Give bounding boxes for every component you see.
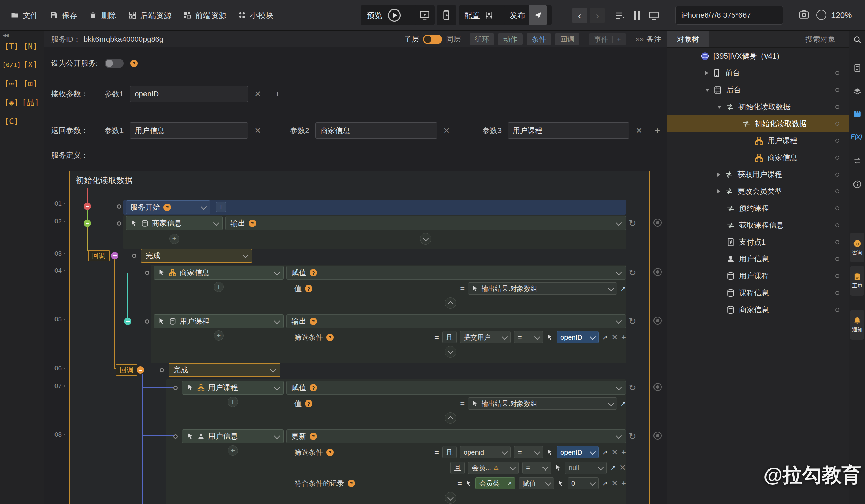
remove-condition-icon[interactable]: ✕ <box>611 447 618 457</box>
tree-row-payment[interactable]: 支付点1 <box>667 234 850 251</box>
save-button[interactable]: 保存 <box>44 0 83 31</box>
tree-row-service[interactable]: 初始化读取数据 <box>667 98 850 115</box>
refresh-icon[interactable]: ↻ <box>629 268 636 277</box>
action-assign-header[interactable]: 赋值? <box>286 380 626 395</box>
tab-search-objects[interactable]: 搜索对象 <box>805 34 850 44</box>
field-select[interactable]: 会员...⚠ <box>468 462 519 474</box>
callback-block-button[interactable]: 回调 <box>555 33 579 45</box>
tree-row-merchant-var[interactable]: 商家信息 <box>667 149 850 166</box>
action-output-header[interactable]: 输出? <box>286 314 626 328</box>
add-param-icon[interactable]: + <box>275 89 280 99</box>
expander-icon[interactable] <box>705 71 708 75</box>
callback-tag[interactable]: 回调 <box>116 364 137 376</box>
help-icon[interactable]: ? <box>310 269 317 276</box>
visibility-dot[interactable] <box>835 122 839 126</box>
note-button[interactable]: »» 备注 <box>636 34 661 44</box>
operator-select[interactable]: = <box>514 446 543 458</box>
help-icon[interactable]: ? <box>249 220 256 227</box>
object-component-icon[interactable]: [◈] <box>3 95 20 110</box>
help-icon[interactable]: ? <box>326 448 334 456</box>
help-icon[interactable]: ? <box>310 318 317 325</box>
visibility-dot[interactable] <box>835 206 839 210</box>
forward-button[interactable]: › <box>589 8 605 23</box>
collapse-dot[interactable] <box>84 220 91 227</box>
zoom-out-icon[interactable] <box>816 10 827 20</box>
expand-toggle[interactable] <box>445 346 456 358</box>
tree-row-service[interactable]: 获取用户课程 <box>667 166 850 183</box>
remove-param-icon[interactable]: ✕ <box>254 126 261 135</box>
return-param2-input[interactable]: 商家信息 <box>315 122 437 139</box>
function-panel-icon[interactable]: F(x) <box>851 133 862 140</box>
help-icon[interactable]: ? <box>305 400 312 407</box>
collapse-dot[interactable] <box>137 366 144 374</box>
value-chip[interactable]: null <box>565 462 607 474</box>
remove-icon[interactable]: ✕ <box>611 479 618 488</box>
value-ref-chip[interactable]: openID <box>557 446 599 458</box>
expander-icon[interactable] <box>717 189 720 194</box>
visibility-dot[interactable] <box>835 291 839 295</box>
delete-button[interactable]: 删除 <box>83 0 123 31</box>
layer-toggle[interactable] <box>423 35 442 44</box>
help-icon[interactable]: ? <box>130 60 138 67</box>
chevron-down-icon[interactable] <box>608 285 614 291</box>
return-param3-input[interactable]: 用户课程 <box>508 122 630 139</box>
value-source-chip[interactable]: 输出结果.对象数组 <box>468 282 617 295</box>
object-array-component-icon[interactable]: [品] <box>22 95 39 110</box>
callback-tag[interactable]: 回调 <box>88 250 109 261</box>
tree-row-user-course-var[interactable]: 用户课程 <box>667 132 850 149</box>
expand-toggle[interactable] <box>445 492 456 504</box>
text-component-icon[interactable]: [T] <box>3 38 20 54</box>
field-select[interactable]: 提交用户 <box>460 331 511 343</box>
chevron-down-icon[interactable] <box>615 269 622 275</box>
flow-node-merchant-var[interactable]: 商家信息 <box>154 266 284 280</box>
small-module-button[interactable]: 小模块 <box>232 0 279 31</box>
tree-row-frontend[interactable]: 前台 <box>667 65 850 82</box>
publish-button[interactable]: 发布 <box>504 5 552 25</box>
remove-param-icon[interactable]: ✕ <box>254 89 261 99</box>
remove-condition-icon[interactable]: ✕ <box>619 463 626 472</box>
add-condition-icon[interactable]: + <box>621 447 626 457</box>
operator-select[interactable]: = <box>514 331 543 343</box>
locate-target-icon[interactable] <box>654 268 661 276</box>
add-child-button[interactable]: + <box>228 397 238 407</box>
monitor-icon[interactable] <box>648 10 659 22</box>
collapse-dot[interactable] <box>84 203 91 210</box>
refresh-icon[interactable]: ↻ <box>629 383 636 392</box>
add-icon[interactable]: + <box>621 479 626 488</box>
target-field-chip[interactable]: 会员类↗ <box>475 477 516 490</box>
loop-component-icon[interactable]: [C] <box>3 114 20 129</box>
tree-row-service-selected[interactable]: 初始化读取数据 <box>667 115 850 132</box>
expand-arrow-icon[interactable]: ↗ <box>620 284 626 293</box>
value-ref-chip[interactable]: openID <box>557 331 599 343</box>
field-select[interactable]: openid <box>460 446 511 458</box>
tree-row-database[interactable]: 商家信息 <box>667 301 850 318</box>
plugin-panel-icon[interactable] <box>853 109 862 120</box>
tree-root-row[interactable]: [395]IVX健身（v41） <box>667 48 850 65</box>
value-source-chip[interactable]: 输出结果.对象数组 <box>468 397 617 410</box>
back-button[interactable]: ‹ <box>572 8 588 23</box>
visibility-dot[interactable] <box>835 189 839 194</box>
return-param1-input[interactable]: 用户信息 <box>130 122 248 139</box>
add-condition-icon[interactable]: + <box>621 332 626 342</box>
tree-row-database[interactable]: 课程信息 <box>667 284 850 301</box>
collapse-sidebar-icon[interactable]: ◀◀ <box>3 33 8 37</box>
help-icon[interactable]: ? <box>326 333 334 341</box>
action-update-header[interactable]: 更新? <box>286 429 626 444</box>
search-icon[interactable] <box>853 35 862 45</box>
expander-icon[interactable] <box>717 106 722 108</box>
expand-arrow-icon[interactable]: ↗ <box>602 448 608 456</box>
remove-condition-icon[interactable]: ✕ <box>611 332 618 342</box>
receive-param-input[interactable]: openID <box>130 86 248 102</box>
condition-block-button[interactable]: 条件 <box>527 33 551 45</box>
chevron-down-icon[interactable] <box>274 384 280 390</box>
chevron-down-icon[interactable] <box>615 318 622 324</box>
visibility-dot[interactable] <box>835 223 839 227</box>
refresh-icon[interactable]: ↻ <box>629 432 636 441</box>
chevron-down-icon[interactable] <box>274 318 280 324</box>
chevron-down-icon[interactable] <box>608 400 614 406</box>
add-child-button[interactable]: + <box>214 282 224 292</box>
list-menu-icon[interactable] <box>614 10 625 22</box>
flow-node-merchant-info[interactable]: 商家信息 <box>126 216 223 230</box>
flow-node-user-course-db[interactable]: 用户课程 <box>154 314 284 328</box>
help-icon[interactable]: ? <box>310 433 317 440</box>
